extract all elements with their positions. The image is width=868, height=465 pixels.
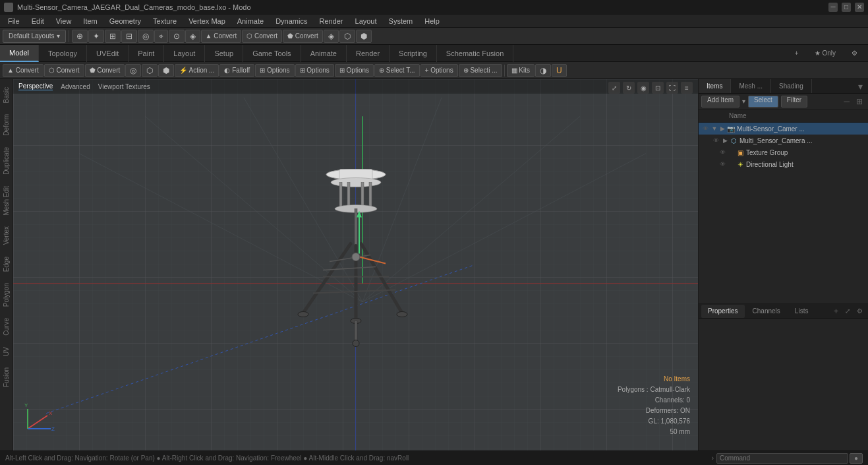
options-btn-1[interactable]: ⊞ Options	[255, 64, 294, 77]
tab-scripting[interactable]: Scripting	[390, 45, 437, 62]
add-item-btn[interactable]: Add Item	[701, 96, 739, 108]
tab-uvedit[interactable]: UVEdit	[87, 45, 129, 62]
vp-tab-perspective[interactable]: Perspective	[18, 82, 53, 90]
vp-zoom-icon[interactable]: ◉	[637, 82, 649, 94]
menu-texture[interactable]: Texture	[148, 16, 182, 26]
layout-selector[interactable]: Default Layouts ▾	[3, 30, 66, 43]
menu-system[interactable]: System	[384, 16, 419, 26]
vp-rotate-icon[interactable]: ↻	[623, 82, 635, 94]
close-button[interactable]: ✕	[855, 3, 864, 12]
tool-icon-6[interactable]: ⌖	[154, 30, 168, 43]
expand-icon-1[interactable]: ▼	[710, 123, 718, 134]
props-settings-btn[interactable]: ⚙	[854, 307, 865, 315]
visibility-icon-2[interactable]: 👁	[710, 135, 721, 146]
sidebar-item-mesh-edit[interactable]: Mesh Edit	[1, 181, 12, 220]
command-input[interactable]	[716, 453, 848, 464]
unreal-icon[interactable]: U	[552, 64, 567, 77]
expand-icon-1b[interactable]: ▶	[718, 123, 726, 134]
props-tab-properties[interactable]: Properties	[701, 305, 745, 318]
menu-vertex map[interactable]: Vertex Map	[183, 16, 231, 26]
vp-fullscreen-icon[interactable]: ⛶	[666, 82, 678, 94]
rp-tab-mesh[interactable]: Mesh ...	[731, 79, 771, 93]
tool-icon-5[interactable]: ◎	[138, 30, 154, 43]
rp-tab-shading[interactable]: Shading	[771, 79, 812, 93]
menu-item[interactable]: Item	[78, 16, 102, 26]
sidebar-item-polygon[interactable]: Polygon	[1, 278, 12, 312]
props-tab-channels[interactable]: Channels	[746, 305, 787, 318]
statusbar-arrow[interactable]: ›	[712, 454, 714, 462]
tree-item-root[interactable]: 👁 ▼ ▶ 📷 Multi-Sensor_Camer ...	[699, 123, 868, 135]
filter-btn[interactable]: Filter	[781, 96, 807, 108]
tab-layout[interactable]: Layout	[164, 45, 205, 62]
options-btn-2[interactable]: ⊞ Options	[295, 64, 334, 77]
options-btn-4[interactable]: + Options	[420, 64, 458, 77]
tool-icon-1[interactable]: ⊕	[72, 30, 88, 43]
tool-icon-10[interactable]: ⬡	[339, 30, 355, 43]
visibility-icon-1[interactable]: 👁	[700, 123, 710, 134]
render-icon[interactable]: ◑	[535, 64, 551, 77]
vp-settings-icon[interactable]: ≡	[681, 82, 693, 94]
convert-tool-2[interactable]: ⬡ Convert	[44, 64, 84, 77]
tab-model[interactable]: Model	[0, 45, 39, 62]
selecti-btn[interactable]: ⊕ Selecti ...	[459, 64, 502, 77]
tab-render[interactable]: Render	[347, 45, 390, 62]
convert-tool-3[interactable]: ⬟ Convert	[85, 64, 125, 77]
menu-geometry[interactable]: Geometry	[104, 16, 146, 26]
menu-animate[interactable]: Animate	[232, 16, 269, 26]
convert-tool-1[interactable]: ▲ Convert	[3, 64, 43, 77]
menu-file[interactable]: File	[3, 16, 25, 26]
kits-btn[interactable]: ▦ Kits	[507, 64, 535, 77]
tool-icon-3[interactable]: ⊞	[105, 30, 121, 43]
items-collapse-btn[interactable]: ─	[841, 97, 852, 106]
sidebar-item-edge[interactable]: Edge	[1, 251, 12, 277]
vp-fit-icon[interactable]: ⊡	[652, 82, 664, 94]
mode-icon-1[interactable]: ◎	[125, 64, 141, 77]
convert-btn-2[interactable]: ⬡ Convert	[242, 30, 282, 43]
props-add-btn[interactable]: +	[831, 307, 841, 316]
expand-icon-3[interactable]	[728, 147, 736, 158]
command-go-btn[interactable]: ●	[850, 453, 863, 464]
rp-tab-add-btn[interactable]: ▾	[853, 79, 868, 93]
options-btn-3[interactable]: ⊞ Options	[335, 64, 374, 77]
convert-btn-3[interactable]: ⬟ Convert	[283, 30, 323, 43]
add-item-dropdown[interactable]: ▾	[742, 98, 745, 105]
vp-tab-advanced[interactable]: Advanced	[61, 83, 90, 90]
add-workspace-btn[interactable]: +	[788, 45, 805, 62]
menu-help[interactable]: Help	[419, 16, 445, 26]
sidebar-item-curve[interactable]: Curve	[1, 313, 12, 341]
tab-game-tools[interactable]: Game Tools	[243, 45, 301, 62]
mode-icon-2[interactable]: ⬡	[142, 64, 158, 77]
menu-layout[interactable]: Layout	[350, 16, 382, 26]
items-expand-btn[interactable]: ⊞	[854, 97, 865, 106]
select-btn[interactable]: Select	[748, 96, 778, 108]
props-expand-btn[interactable]: ⤢	[842, 307, 853, 315]
tool-icon-8[interactable]: ◈	[185, 30, 200, 43]
tab-animate[interactable]: Animate	[301, 45, 347, 62]
tree-item-texture[interactable]: 👁 ▣ Texture Group	[699, 146, 868, 158]
tab-topology[interactable]: Topology	[39, 45, 87, 62]
sidebar-item-fusion[interactable]: Fusion	[1, 362, 12, 392]
rp-tab-items[interactable]: Items	[699, 79, 731, 93]
menu-dynamics[interactable]: Dynamics	[270, 16, 312, 26]
menu-render[interactable]: Render	[314, 16, 348, 26]
tool-icon-11[interactable]: ⬢	[356, 30, 372, 43]
tab-paint[interactable]: Paint	[129, 45, 164, 62]
sidebar-item-uv[interactable]: UV	[1, 342, 12, 361]
maximize-button[interactable]: □	[842, 3, 851, 12]
action-btn[interactable]: ⚡ Action ...	[175, 64, 219, 77]
sidebar-item-vertex[interactable]: Vertex	[1, 221, 12, 250]
tree-item-light[interactable]: 👁 ☀ Directional Light	[699, 158, 868, 170]
vp-expand-icon[interactable]: ⤢	[608, 82, 620, 94]
menu-edit[interactable]: Edit	[26, 16, 49, 26]
props-tab-lists[interactable]: Lists	[788, 305, 815, 318]
tab-schematic-fusion[interactable]: Schematic Fusion	[437, 45, 513, 62]
settings-icon[interactable]: ⚙	[845, 45, 864, 62]
sidebar-item-basic[interactable]: Basic	[1, 82, 12, 108]
vp-tab-textures[interactable]: Viewport Textures	[98, 83, 150, 90]
visibility-icon-4[interactable]: 👁	[717, 159, 728, 170]
select-t-btn[interactable]: ⊕ Select T...	[374, 64, 420, 77]
tab-setup[interactable]: Setup	[205, 45, 243, 62]
sidebar-item-duplicate[interactable]: Duplicate	[1, 142, 12, 180]
tree-item-mesh[interactable]: 👁 ▶ ⬡ Multi_Sensor_Camera ...	[699, 135, 868, 146]
minimize-button[interactable]: ─	[828, 3, 838, 12]
